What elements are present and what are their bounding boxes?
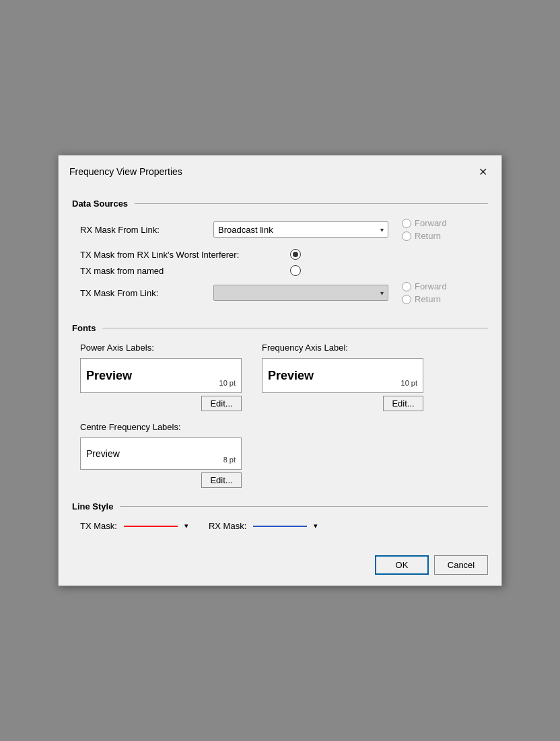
title-bar: Frequency View Properties ✕ — [59, 155, 501, 186]
power-axis-edit-button[interactable]: Edit... — [201, 396, 242, 411]
centre-freq-label: Centre Frequency Labels: — [80, 422, 480, 432]
freq-axis-group: Frequency Axis Label: Preview 10 pt Edit… — [262, 343, 423, 411]
power-axis-preview-text: Preview — [86, 369, 132, 383]
power-axis-group: Power Axis Labels: Preview 10 pt Edit... — [80, 343, 242, 411]
freq-axis-preview-text: Preview — [268, 369, 314, 383]
dialog-title: Frequency View Properties — [69, 166, 182, 177]
tx-mask-from-link-arrow: ▾ — [380, 289, 384, 297]
frequency-view-properties-dialog: Frequency View Properties ✕ Data Sources… — [58, 155, 502, 586]
rx-return-label: Return — [415, 231, 441, 241]
rx-return-radio[interactable]: Return — [402, 231, 447, 241]
data-sources-title: Data Sources — [72, 199, 128, 209]
power-axis-preview-box: Preview 10 pt — [80, 358, 242, 393]
centre-freq-preview-text: Preview — [86, 448, 120, 459]
freq-axis-preview-box: Preview 10 pt — [262, 358, 423, 393]
cancel-button[interactable]: Cancel — [434, 555, 488, 575]
power-axis-preview-size: 10 pt — [219, 379, 236, 390]
data-sources-section-header: Data Sources — [72, 199, 488, 209]
centre-freq-preview-box: Preview 8 pt — [80, 437, 242, 470]
line-style-body: TX Mask: ▾ RX Mask: ▾ — [72, 521, 488, 531]
centre-freq-edit-button[interactable]: Edit... — [201, 472, 242, 488]
centre-freq-group: Centre Frequency Labels: Preview 8 pt Ed… — [80, 422, 480, 488]
rx-direction-radio-group: Forward Return — [402, 218, 447, 241]
dialog-footer: OK Cancel — [59, 549, 501, 586]
tx-forward-radio[interactable]: Forward — [402, 281, 447, 291]
tx-named-radio[interactable] — [290, 265, 301, 276]
tx-mask-color-line — [124, 526, 178, 527]
freq-axis-edit-button[interactable]: Edit... — [383, 396, 423, 411]
centre-freq-edit-row: Edit... — [80, 472, 242, 488]
fonts-section-header: Fonts — [72, 323, 488, 333]
tx-named-label: TX mask from named — [80, 266, 282, 276]
centre-freq-preview-size: 8 pt — [223, 456, 236, 466]
rx-mask-line-item: RX Mask: ▾ — [209, 521, 318, 531]
tx-worst-radio[interactable] — [290, 249, 301, 260]
dialog-content: Data Sources RX Mask From Link: Broadcas… — [59, 186, 501, 549]
line-style-section-header: Line Style — [72, 501, 488, 511]
data-sources-divider — [135, 203, 488, 204]
tx-forward-label: Forward — [415, 281, 447, 291]
rx-forward-label: Forward — [415, 218, 447, 228]
tx-return-label: Return — [415, 294, 441, 304]
tx-named-row: TX mask from named — [80, 265, 480, 276]
close-button[interactable]: ✕ — [475, 164, 491, 180]
rx-mask-line-label: RX Mask: — [209, 521, 246, 531]
rx-mask-color-line — [253, 526, 307, 527]
freq-axis-preview-size: 10 pt — [401, 379, 417, 390]
rx-mask-line-dropdown-arrow[interactable]: ▾ — [314, 522, 318, 530]
power-axis-label: Power Axis Labels: — [80, 343, 242, 353]
data-sources-body: RX Mask From Link: Broadcast link ▾ Forw… — [72, 218, 488, 312]
tx-mask-line-dropdown-arrow[interactable]: ▾ — [184, 522, 188, 530]
rx-forward-radio[interactable]: Forward — [402, 218, 447, 228]
tx-mask-line-label: TX Mask: — [80, 521, 117, 531]
tx-direction-radio-group: Forward Return — [402, 281, 447, 304]
tx-worst-row: TX Mask from RX Link's Worst Interferer: — [80, 249, 480, 260]
ok-button[interactable]: OK — [375, 555, 429, 575]
rx-forward-radio-circle — [402, 219, 411, 228]
rx-return-radio-circle — [402, 232, 411, 241]
line-style-title: Line Style — [72, 501, 113, 511]
rx-mask-label: RX Mask From Link: — [80, 225, 208, 235]
tx-mask-from-link-dropdown[interactable]: ▾ — [213, 285, 388, 301]
rx-mask-dropdown-arrow: ▾ — [380, 226, 384, 234]
line-style-row: TX Mask: ▾ RX Mask: ▾ — [80, 521, 480, 531]
tx-mask-from-link-label: TX Mask From Link: — [80, 288, 208, 298]
rx-mask-row: RX Mask From Link: Broadcast link ▾ Forw… — [80, 218, 480, 241]
freq-axis-edit-row: Edit... — [262, 396, 423, 411]
freq-axis-label: Frequency Axis Label: — [262, 343, 423, 353]
tx-mask-from-link-row: TX Mask From Link: ▾ Forward Return — [80, 281, 480, 304]
fonts-grid: Power Axis Labels: Preview 10 pt Edit...… — [80, 343, 480, 411]
tx-worst-label: TX Mask from RX Link's Worst Interferer: — [80, 250, 282, 260]
power-axis-edit-row: Edit... — [80, 396, 242, 411]
rx-mask-dropdown-value: Broadcast link — [218, 225, 380, 235]
fonts-title: Fonts — [72, 323, 96, 333]
fonts-divider — [102, 328, 488, 328]
rx-mask-dropdown[interactable]: Broadcast link ▾ — [213, 221, 388, 238]
tx-forward-radio-circle — [402, 282, 411, 291]
tx-return-radio-circle — [402, 295, 411, 304]
tx-return-radio[interactable]: Return — [402, 294, 447, 304]
tx-mask-line-item: TX Mask: ▾ — [80, 521, 188, 531]
fonts-body: Power Axis Labels: Preview 10 pt Edit...… — [72, 343, 488, 488]
line-style-divider — [120, 506, 488, 507]
